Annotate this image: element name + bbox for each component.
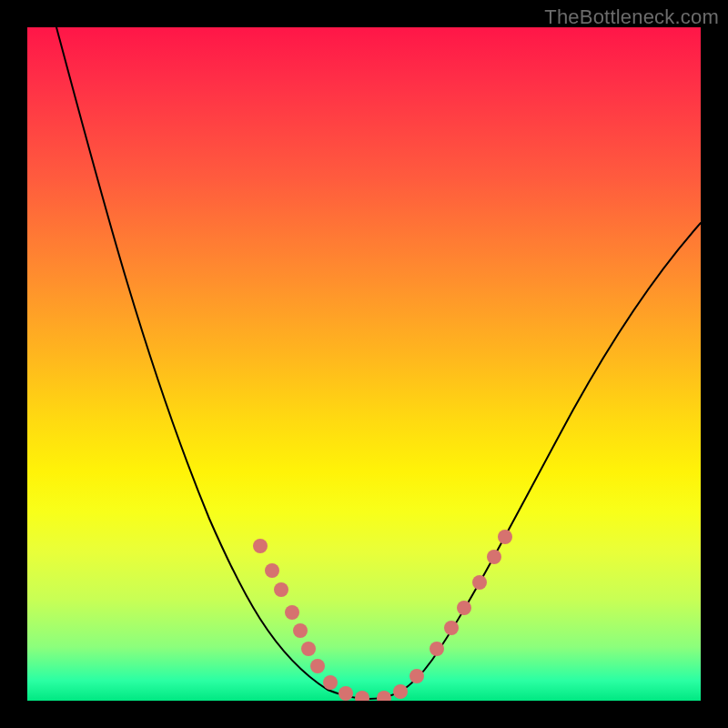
data-marker xyxy=(285,605,299,620)
data-marker xyxy=(265,563,279,578)
data-marker xyxy=(430,642,444,656)
data-marker xyxy=(410,669,424,683)
data-marker xyxy=(487,550,501,564)
data-marker xyxy=(253,539,268,553)
data-marker xyxy=(498,530,512,544)
curve-right xyxy=(369,223,701,699)
data-marker xyxy=(323,675,338,690)
plot-area xyxy=(27,27,701,701)
data-marker xyxy=(355,691,369,701)
curve-left xyxy=(56,27,369,699)
data-marker xyxy=(339,686,353,701)
data-marker xyxy=(472,575,487,590)
watermark-text: TheBottleneck.com xyxy=(544,5,719,29)
data-marker xyxy=(377,691,391,701)
data-marker xyxy=(444,621,459,635)
data-marker xyxy=(457,601,471,615)
data-marker xyxy=(301,642,316,656)
data-marker xyxy=(293,623,308,638)
chart-frame: TheBottleneck.com xyxy=(0,0,728,728)
chart-svg xyxy=(27,27,701,701)
data-marker xyxy=(274,582,288,597)
data-marker xyxy=(393,684,408,699)
data-marker xyxy=(310,659,325,673)
markers xyxy=(253,530,512,701)
